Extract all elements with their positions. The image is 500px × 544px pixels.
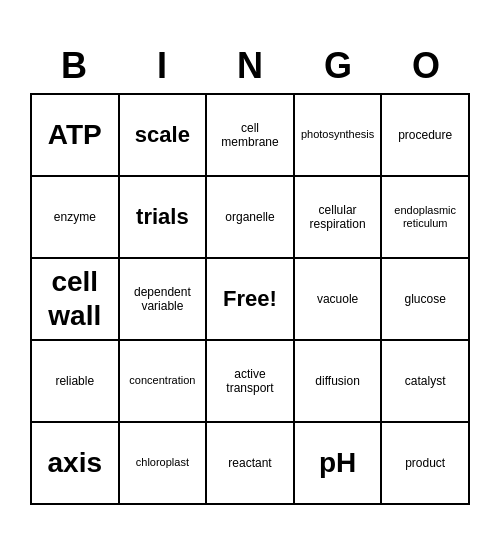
cell-text: catalyst <box>405 374 446 388</box>
cell-text: axis <box>48 446 103 480</box>
bingo-header: BINGO <box>30 39 470 93</box>
cell-text: photosynthesis <box>301 128 374 141</box>
bingo-cell: organelle <box>207 177 295 259</box>
header-letter: I <box>118 39 206 93</box>
cell-text: trials <box>136 204 189 230</box>
bingo-cell: concentration <box>120 341 208 423</box>
bingo-cell: product <box>382 423 470 505</box>
cell-text: cellular respiration <box>299 203 377 232</box>
bingo-cell: cell wall <box>32 259 120 341</box>
bingo-cell: glucose <box>382 259 470 341</box>
bingo-cell: dependent variable <box>120 259 208 341</box>
bingo-cell: Free! <box>207 259 295 341</box>
bingo-cell: axis <box>32 423 120 505</box>
cell-text: cell wall <box>36 265 114 332</box>
bingo-cell: cellular respiration <box>295 177 383 259</box>
bingo-cell: procedure <box>382 95 470 177</box>
cell-text: cell membrane <box>211 121 289 150</box>
bingo-cell: catalyst <box>382 341 470 423</box>
cell-text: pH <box>319 446 356 480</box>
cell-text: scale <box>135 122 190 148</box>
bingo-cell: diffusion <box>295 341 383 423</box>
cell-text: diffusion <box>315 374 359 388</box>
bingo-cell: chloroplast <box>120 423 208 505</box>
bingo-cell: enzyme <box>32 177 120 259</box>
cell-text: reliable <box>55 374 94 388</box>
cell-text: concentration <box>129 374 195 387</box>
cell-text: procedure <box>398 128 452 142</box>
cell-text: active transport <box>211 367 289 396</box>
bingo-cell: reactant <box>207 423 295 505</box>
header-letter: B <box>30 39 118 93</box>
cell-text: enzyme <box>54 210 96 224</box>
bingo-cell: reliable <box>32 341 120 423</box>
cell-text: reactant <box>228 456 271 470</box>
bingo-cell: cell membrane <box>207 95 295 177</box>
header-letter: O <box>382 39 470 93</box>
bingo-cell: endoplasmic reticulum <box>382 177 470 259</box>
cell-text: organelle <box>225 210 274 224</box>
bingo-cell: trials <box>120 177 208 259</box>
bingo-cell: ATP <box>32 95 120 177</box>
bingo-cell: pH <box>295 423 383 505</box>
bingo-cell: vacuole <box>295 259 383 341</box>
header-letter: N <box>206 39 294 93</box>
cell-text: chloroplast <box>136 456 189 469</box>
cell-text: endoplasmic reticulum <box>386 204 464 230</box>
cell-text: product <box>405 456 445 470</box>
cell-text: Free! <box>223 286 277 312</box>
header-letter: G <box>294 39 382 93</box>
cell-text: dependent variable <box>124 285 202 314</box>
bingo-cell: active transport <box>207 341 295 423</box>
bingo-grid: ATPscalecell membranephotosynthesisproce… <box>30 93 470 505</box>
cell-text: ATP <box>48 118 102 152</box>
bingo-cell: photosynthesis <box>295 95 383 177</box>
cell-text: glucose <box>405 292 446 306</box>
bingo-card: BINGO ATPscalecell membranephotosynthesi… <box>20 29 480 515</box>
cell-text: vacuole <box>317 292 358 306</box>
bingo-cell: scale <box>120 95 208 177</box>
